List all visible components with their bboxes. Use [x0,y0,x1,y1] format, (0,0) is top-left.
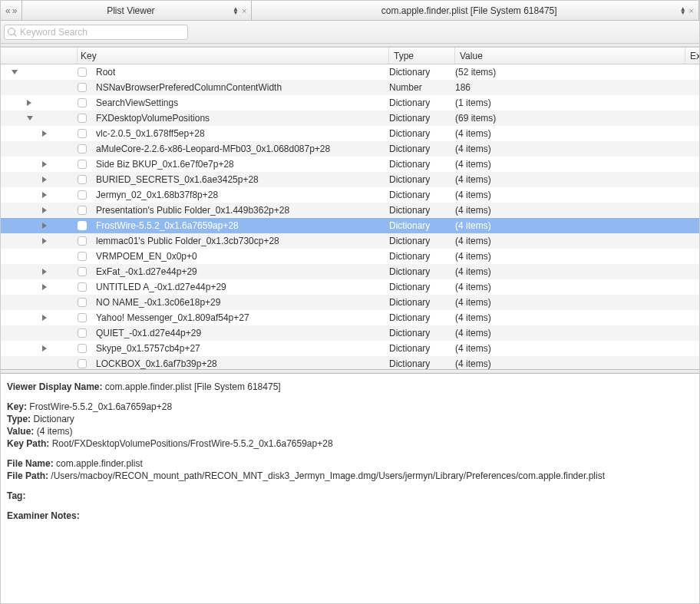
key-text: UNTITLED A_-0x1.d27e44p+29 [96,282,226,292]
row-checkbox[interactable] [78,267,87,276]
cell-key: aMuleCore-2.2.6-x86-Leopard-MFb03_0x1.06… [78,144,389,154]
disclosure-right-icon[interactable] [42,207,47,213]
cell-key: Yahoo! Messenger_0x1.809af54p+27 [78,312,389,323]
disclosure-right-icon[interactable] [27,100,31,106]
table-row[interactable]: Presentation's Public Folder_0x1.449b362… [1,203,699,218]
row-checkbox[interactable] [78,114,87,123]
disclosure-none [42,146,47,152]
row-gutter [1,223,78,229]
cell-type: Dictionary [389,205,455,216]
close-icon[interactable]: × [688,6,695,15]
disclosure-right-icon[interactable] [42,269,47,275]
cell-key: Side Biz BKUP_0x1.6e7f0e7p+28 [78,159,389,170]
table-row[interactable]: Yahoo! Messenger_0x1.809af54p+27Dictiona… [1,310,699,325]
cell-key: ExFat_-0x1.d27e44p+29 [78,266,389,277]
disclosure-right-icon[interactable] [42,192,47,198]
tab-plist-viewer[interactable]: Plist Viewer ▲▼ × [21,1,252,20]
search-input[interactable] [20,27,184,38]
row-checkbox[interactable] [78,129,87,138]
table-row[interactable]: BURIED_SECRETS_0x1.6ae3425p+28Dictionary… [1,172,699,187]
row-checkbox[interactable] [78,175,87,184]
table-row[interactable]: LOCKBOX_0x1.6af7b39p+28Dictionary(4 item… [1,356,699,369]
cell-type: Dictionary [389,328,455,338]
row-checkbox[interactable] [78,282,87,292]
table-row[interactable]: UNTITLED A_-0x1.d27e44p+29Dictionary(4 i… [1,279,699,295]
tab-sort-icon[interactable]: ▲▼ [233,7,239,15]
disclosure-none [42,361,47,367]
table-row[interactable]: aMuleCore-2.2.6-x86-Leopard-MFb03_0x1.06… [1,141,699,157]
nav-chevrons[interactable]: « » [1,1,21,20]
disclosure-down-icon[interactable] [12,70,18,74]
table-row[interactable]: SearchViewSettingsDictionary(1 items) [1,95,699,111]
row-checkbox[interactable] [78,313,87,322]
row-checkbox[interactable] [78,221,87,230]
row-checkbox[interactable] [78,144,87,153]
disclosure-right-icon[interactable] [42,315,47,321]
disclosure-right-icon[interactable] [42,130,47,137]
close-icon[interactable]: × [240,6,248,15]
row-checkbox[interactable] [78,206,87,215]
disclosure-right-icon[interactable] [42,161,47,167]
row-gutter [1,116,78,120]
col-header-gutter[interactable] [1,48,78,64]
row-checkbox[interactable] [78,298,87,307]
cell-key: NSNavBrowserPreferedColumnContentWidth [78,82,389,93]
disclosure-right-icon[interactable] [42,238,47,244]
row-checkbox[interactable] [78,190,87,200]
search-field[interactable] [4,25,188,40]
disclosure-right-icon[interactable] [42,345,47,352]
disclosure-right-icon[interactable] [42,223,47,229]
value-file-path: /Users/macboy/RECON_mount_path/RECON_MNT… [51,470,605,481]
table-row[interactable]: Side Biz BKUP_0x1.6e7f0e7p+28Dictionary(… [1,157,699,172]
table-row[interactable]: NSNavBrowserPreferedColumnContentWidthNu… [1,80,699,95]
row-gutter [1,100,78,106]
search-icon [8,28,17,37]
disclosure-none [42,330,47,336]
col-header-type[interactable]: Type [389,48,455,64]
cell-type: Dictionary [389,266,455,277]
nav-forward-icon[interactable]: » [12,5,18,16]
disclosure-right-icon[interactable] [42,284,47,290]
row-gutter [1,269,78,275]
nav-back-icon[interactable]: « [5,5,11,16]
disclosure-down-icon[interactable] [27,116,33,120]
table-row[interactable]: Jermyn_02_0x1.68b37f8p+28Dictionary(4 it… [1,187,699,203]
tab-plist-file[interactable]: com.apple.finder.plist [File System 6184… [252,1,699,20]
table-row[interactable]: Skype_0x1.5757cb4p+27Dictionary(4 items) [1,341,699,356]
table-row[interactable]: lemmac01's Public Folder_0x1.3cb730cp+28… [1,233,699,249]
key-text: NSNavBrowserPreferedColumnContentWidth [96,82,282,93]
table-row[interactable]: QUIET_-0x1.d27e44p+29Dictionary(4 items) [1,325,699,341]
disclosure-right-icon[interactable] [42,177,47,183]
cell-type: Dictionary [389,113,455,124]
key-text: FrostWire-5.5.2_0x1.6a7659ap+28 [96,220,239,231]
cell-value: (69 items) [455,113,685,124]
key-text: SearchViewSettings [96,97,178,108]
col-header-key[interactable]: Key [78,48,389,64]
table-row[interactable]: RootDictionary(52 items) [1,64,699,80]
col-header-ex[interactable]: Ex [685,48,699,64]
row-checkbox[interactable] [78,344,87,353]
table-row[interactable]: FrostWire-5.5.2_0x1.6a7659ap+28Dictionar… [1,218,699,233]
row-checkbox[interactable] [78,98,87,107]
plist-table: Key Type Value Ex RootDictionary(52 item… [1,47,699,369]
table-row[interactable]: vlc-2.0.5_0x1.678ff5ep+28Dictionary(4 it… [1,126,699,141]
table-row[interactable]: ExFat_-0x1.d27e44p+29Dictionary(4 items) [1,264,699,279]
table-row[interactable]: VRMPOEM_EN_0x0p+0Dictionary(4 items) [1,249,699,264]
row-checkbox[interactable] [78,328,87,338]
key-text: Presentation's Public Folder_0x1.449b362… [96,205,289,216]
row-checkbox[interactable] [78,236,87,246]
cell-key: BURIED_SECRETS_0x1.6ae3425p+28 [78,174,389,185]
row-checkbox[interactable] [78,359,87,368]
table-body[interactable]: RootDictionary(52 items)NSNavBrowserPref… [1,64,699,369]
row-checkbox[interactable] [78,68,87,77]
row-checkbox[interactable] [78,160,87,169]
cell-value: (4 items) [455,282,685,292]
table-row[interactable]: FXDesktopVolumePositionsDictionary(69 it… [1,111,699,126]
row-checkbox[interactable] [78,252,87,261]
tab-sort-icon[interactable]: ▲▼ [680,7,686,15]
col-header-value[interactable]: Value [455,48,685,64]
row-checkbox[interactable] [78,83,87,92]
row-gutter [1,177,78,183]
cell-value: (4 items) [455,190,685,200]
table-row[interactable]: NO NAME_-0x1.3c06e18p+29Dictionary(4 ite… [1,295,699,310]
